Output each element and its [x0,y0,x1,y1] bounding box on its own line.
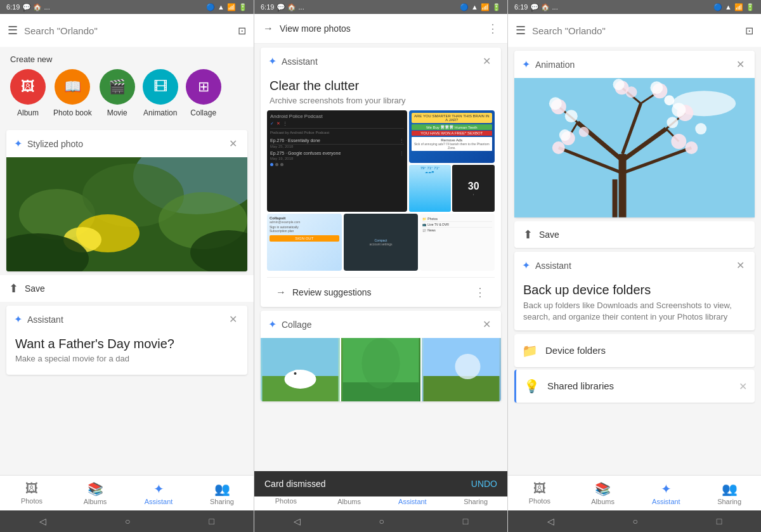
nav-sharing-1[interactable]: 👥 Sharing [190,476,254,510]
nav-albums-3[interactable]: 📚 Albums [571,476,635,510]
sharing-label-2: Sharing [464,498,488,505]
home-btn-1[interactable]: ○ [125,516,130,526]
recents-btn-2[interactable]: □ [463,516,468,526]
create-album[interactable]: 🖼 Album [10,69,46,117]
nav-photos-1[interactable]: 🖼 Photos [0,476,63,510]
view-more-row[interactable]: → View more photos ⋮ [254,14,507,43]
nav-photos-3[interactable]: 🖼 Photos [508,476,571,510]
stylized-photo-close[interactable]: ✕ [226,136,240,151]
compact-sub: account settings [346,242,416,246]
create-movie[interactable]: 🎬 Movie [100,69,135,117]
save-row-3[interactable]: ⬆ Save [514,221,755,248]
back-btn-1[interactable]: ◁ [39,516,46,526]
svg-point-42 [671,134,686,149]
podcast-dots-icon: ⋮ [283,121,287,126]
undo-button[interactable]: UNDO [471,479,497,489]
sub-email: admin@example.com [270,220,339,224]
collage-header-label: Collage [282,320,475,330]
folder-row2: 📺 Live TV & DVR [422,222,492,228]
bluetooth-icon-2: 🔵 [460,3,469,11]
svg-rect-18 [424,376,500,401]
assistant-card-1: ✦ Assistant ✕ Want a Father's Day movie?… [6,306,247,375]
nav-assistant-3[interactable]: ✦ Assistant [635,476,698,510]
svg-point-37 [650,81,663,94]
ep1: Ep.276 · Essentially done ⋮ [270,137,404,145]
ads-screenshot: ARE YOU SMARTER THAN THIS BRAIN IN A JAR… [409,110,495,163]
clear-clutter-close[interactable]: ✕ [480,54,493,68]
cast-icon-1[interactable]: ⊡ [238,25,246,37]
view-more-dots-icon[interactable]: ⋮ [487,22,498,36]
number-label: › [453,192,493,196]
svg-point-39 [613,79,625,90]
nav-assistant-1[interactable]: ✦ Assistant [127,476,190,510]
battery-icon-2: 🔋 [492,3,501,11]
clear-clutter-header: ✦ Assistant ✕ [261,48,501,75]
create-new-heading: Create new [0,47,254,69]
recents-btn-1[interactable]: □ [209,516,214,526]
create-animation[interactable]: 🎞 Animation [143,69,178,117]
collage-img-3 [422,338,501,401]
collage-header: ✦ Collage ✕ [261,311,501,338]
status-bar-3: 6:19 💬 🏠 ... 🔵 ▲ 📶 🔋 [508,0,761,14]
stylized-photo-image [6,157,247,271]
create-photobook[interactable]: 📖 Photo book [53,69,92,117]
signal-icon: ▲ [218,3,224,11]
svg-point-13 [294,372,297,375]
assistant-close-1[interactable]: ✕ [226,312,240,327]
back-btn-3[interactable]: ◁ [547,516,554,526]
time-1: 6:19 [6,3,20,11]
time-3: 6:19 [514,3,528,11]
home-btn-3[interactable]: ○ [633,516,638,526]
recents-btn-3[interactable]: □ [717,516,722,526]
weather-screenshot: 79° 71° 71° ☁☁🌧 [409,165,452,212]
view-more-arrow-icon: → [263,23,273,34]
bottom-nav-3: 🖼 Photos 📚 Albums ✦ Assistant 👥 Sharing [508,475,761,510]
status-time-1: 6:19 💬 🏠 ... [6,3,50,11]
shared-libraries-text: Shared libraries [547,380,731,392]
save-row-1[interactable]: ⬆ Save [0,275,254,302]
assistant-nav-icon-1: ✦ [153,481,164,496]
animation-close[interactable]: ✕ [734,57,747,72]
sexbot-ad: YOU HAVE WON A FREE* SEXBOT [412,131,492,136]
stylized-photo-card: ✦ Stylized photo ✕ [6,130,247,271]
backup-close[interactable]: ✕ [734,258,747,273]
nav-albums-1[interactable]: 📚 Albums [63,476,127,510]
search-input-1[interactable] [24,25,231,36]
nav-sharing-3[interactable]: 👥 Sharing [698,476,761,510]
snackbar-text: Card dismissed [264,479,325,489]
svg-point-53 [579,127,589,137]
status-bar-1: 6:19 💬 🏠 ... 🔵 ▲ 📶 🔋 [0,0,254,14]
folder-icon-1: 📁 [422,217,426,221]
fathers-day-title: Want a Father's Day movie? [6,333,247,354]
create-collage[interactable]: ⊞ Collage [186,69,221,117]
review-suggestions-row[interactable]: → Review suggestions ⋮ [267,277,495,307]
animation-label: Animation [143,108,177,117]
scroll-spacer [254,405,507,456]
collage-close[interactable]: ✕ [480,317,493,332]
hamburger-icon[interactable]: ☰ [8,23,18,37]
back-btn-2[interactable]: ◁ [294,516,301,526]
grass-svg [341,338,420,401]
blossom-svg [514,78,755,217]
home-btn-2[interactable]: ○ [379,516,384,526]
flower-svg [6,157,247,271]
save-icon-3: ⬆ [523,228,533,242]
shared-libraries-close[interactable]: ✕ [739,380,747,393]
hamburger-icon-3[interactable]: ☰ [516,23,526,37]
podcast-play-row: ✓ ✕ ⋮ [270,121,404,129]
shared-libraries-item[interactable]: 💡 Shared libraries ✕ [514,370,755,403]
animation-blossom-image [514,78,755,217]
photos-label-3: Photos [529,497,550,505]
compact-screenshot: Compact account settings [344,214,419,271]
stylized-photo-title: Stylized photo [27,139,221,149]
review-dots-icon[interactable]: ⋮ [474,285,486,299]
cast-icon-3[interactable]: ⊡ [745,25,753,37]
backup-title: Back up device folders [514,279,755,300]
fathers-day-subtitle: Make a special movie for a dad [6,354,247,368]
assistant-header-1: ✦ Assistant ✕ [6,306,247,333]
search-input-3[interactable] [532,25,739,36]
photobook-icon: 📖 [55,69,90,105]
device-folders-item[interactable]: 📁 Device folders [514,334,755,367]
assistant-header-label-2: Assistant [282,56,475,67]
folder-icon-2: 📺 [422,223,426,226]
